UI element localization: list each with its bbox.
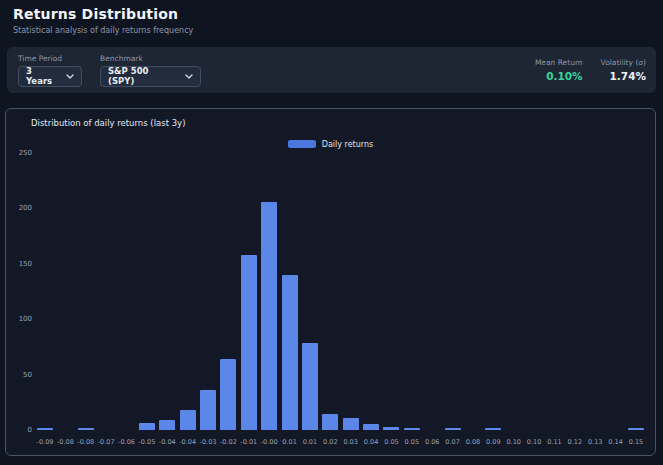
page-subtitle: Statistical analysis of daily returns fr… <box>13 26 650 35</box>
histogram-bar[interactable] <box>261 202 277 430</box>
histogram-bar[interactable] <box>445 428 461 430</box>
benchmark-field: Benchmark S&P 500 (SPY) <box>100 54 201 87</box>
time-period-value: 3 Years <box>26 66 58 86</box>
y-axis-tick-label: 250 <box>6 149 32 157</box>
histogram-bar[interactable] <box>200 390 216 430</box>
benchmark-label: Benchmark <box>100 54 201 63</box>
histogram-bar[interactable] <box>383 427 399 430</box>
histogram-bar[interactable] <box>628 428 644 430</box>
volatility-stat: Volatility (σ) 1.74% <box>601 58 646 82</box>
y-axis-tick-label: 50 <box>6 371 32 379</box>
time-period-field: Time Period 3 Years <box>18 54 82 87</box>
histogram-bar[interactable] <box>78 428 94 430</box>
volatility-value: 1.74% <box>601 70 646 82</box>
histogram-bar[interactable] <box>37 428 53 430</box>
y-axis-tick-label: 100 <box>6 315 32 323</box>
histogram-bar[interactable] <box>139 423 155 430</box>
mean-return-stat: Mean Return 0.10% <box>535 58 583 82</box>
benchmark-value: S&P 500 (SPY) <box>108 66 177 86</box>
histogram-bar[interactable] <box>220 359 236 430</box>
histogram-bar[interactable] <box>180 410 196 430</box>
benchmark-select[interactable]: S&P 500 (SPY) <box>100 66 201 87</box>
histogram-bar[interactable] <box>322 414 338 430</box>
page-title: Returns Distribution <box>13 6 650 22</box>
histogram-bar[interactable] <box>241 255 257 430</box>
mean-return-value: 0.10% <box>535 70 583 82</box>
chevron-down-icon <box>185 74 193 79</box>
histogram-bar[interactable] <box>302 343 318 430</box>
volatility-label: Volatility (σ) <box>601 58 646 67</box>
histogram-bar[interactable] <box>343 418 359 430</box>
y-axis-tick-label: 200 <box>6 204 32 212</box>
chevron-down-icon <box>66 74 74 79</box>
y-axis-tick-label: 0 <box>6 426 32 434</box>
filters-toolbar: Time Period 3 Years Benchmark S&P 500 (S… <box>7 47 656 93</box>
page-header: Returns Distribution Statistical analysi… <box>13 6 650 35</box>
chart-panel: Distribution of daily returns (last 3y) … <box>5 108 656 456</box>
histogram-bar[interactable] <box>363 424 379 430</box>
x-axis-tick-label: 0.15 <box>621 438 651 446</box>
summary-stats: Mean Return 0.10% Volatility (σ) 1.74% <box>535 58 646 82</box>
histogram-bar[interactable] <box>282 275 298 430</box>
y-axis-tick-label: 150 <box>6 260 32 268</box>
returns-distribution-page: Returns Distribution Statistical analysi… <box>0 0 663 465</box>
time-period-select[interactable]: 3 Years <box>18 66 82 87</box>
histogram-bar[interactable] <box>159 420 175 430</box>
plot-area: 050100150200250-0.09-0.08-0.08-0.07-0.06… <box>6 109 655 455</box>
histogram-bar[interactable] <box>404 428 420 430</box>
histogram-bar[interactable] <box>485 428 501 430</box>
mean-return-label: Mean Return <box>535 58 583 67</box>
time-period-label: Time Period <box>18 54 82 63</box>
